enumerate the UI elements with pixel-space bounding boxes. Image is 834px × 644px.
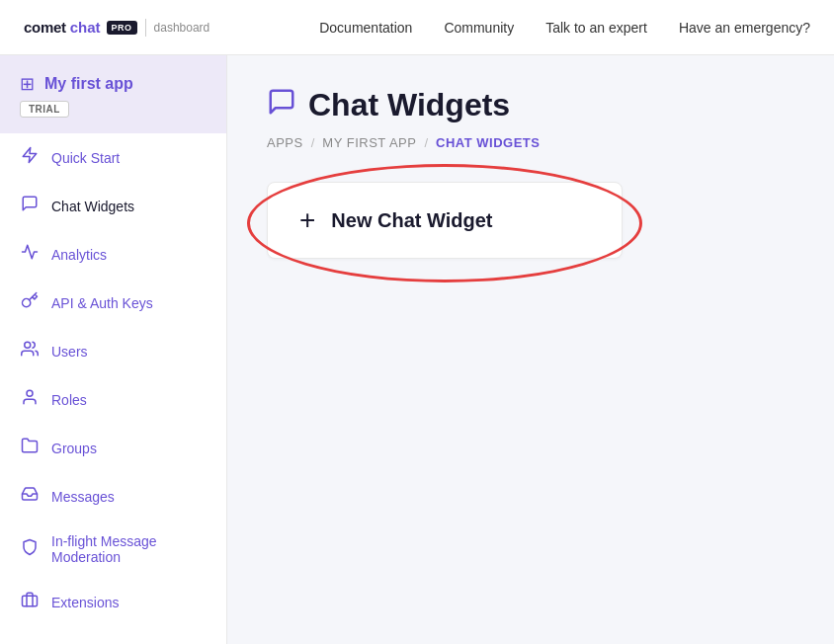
- trial-badge: TRIAL: [20, 101, 69, 118]
- logo-area: cometchat PRO dashboard: [24, 19, 209, 37]
- sidebar-item-label: Quick Start: [51, 150, 120, 166]
- page-title-row: Chat Widgets: [267, 87, 794, 123]
- sidebar: ⊞ My first app TRIAL Quick Start Chat Wi…: [0, 55, 227, 644]
- breadcrumb-my-first-app[interactable]: MY FIRST APP: [322, 135, 416, 150]
- sidebar-item-label: Groups: [51, 441, 97, 456]
- header-nav: Documentation Community Talk to an exper…: [319, 20, 810, 36]
- sidebar-item-label: Roles: [51, 392, 87, 408]
- app-header[interactable]: ⊞ My first app TRIAL: [0, 55, 226, 133]
- dashboard-label: dashboard: [154, 21, 210, 35]
- app-grid-icon: ⊞: [20, 73, 35, 95]
- sidebar-item-quick-start[interactable]: Quick Start: [0, 133, 226, 182]
- logo-divider: [145, 19, 146, 37]
- role-icon: [20, 388, 40, 411]
- logo-comet-text: comet: [24, 19, 66, 36]
- widgets-area: + New Chat Widget: [267, 182, 794, 259]
- main-content: Chat Widgets APPS / MY FIRST APP / CHAT …: [227, 55, 834, 644]
- key-icon: [20, 291, 40, 314]
- breadcrumb-sep-1: /: [311, 135, 315, 150]
- sidebar-item-label: Messages: [51, 489, 115, 505]
- sidebar-item-inflight[interactable]: In-flight Message Moderation: [0, 521, 226, 578]
- sidebar-item-label: API & Auth Keys: [51, 295, 153, 311]
- sidebar-item-label: In-flight Message Moderation: [51, 533, 207, 565]
- folder-icon: [20, 437, 40, 459]
- sidebar-item-analytics[interactable]: Analytics: [0, 230, 226, 279]
- page-title: Chat Widgets: [308, 87, 510, 123]
- sidebar-item-roles[interactable]: Roles: [0, 375, 226, 424]
- chat-icon: [20, 195, 40, 217]
- sidebar-item-label: Users: [51, 344, 88, 360]
- sidebar-item-users[interactable]: Users: [0, 327, 226, 375]
- svg-rect-3: [23, 596, 38, 606]
- svg-point-2: [27, 390, 33, 396]
- plus-icon: +: [299, 206, 315, 234]
- sidebar-item-extensions[interactable]: Extensions: [0, 578, 226, 626]
- sidebar-item-label: Analytics: [51, 247, 107, 263]
- sidebar-item-label: Extensions: [51, 595, 119, 610]
- nav-documentation[interactable]: Documentation: [319, 20, 412, 36]
- users-icon: [20, 340, 40, 362]
- svg-point-1: [25, 342, 31, 348]
- breadcrumb-apps[interactable]: APPS: [267, 135, 303, 150]
- app-name: My first app: [44, 75, 133, 93]
- breadcrumb: APPS / MY FIRST APP / CHAT WIDGETS: [267, 135, 794, 150]
- sidebar-item-messages[interactable]: Messages: [0, 472, 226, 521]
- new-widget-label: New Chat Widget: [331, 209, 492, 232]
- sidebar-item-api-auth[interactable]: API & Auth Keys: [0, 279, 226, 327]
- breadcrumb-chat-widgets[interactable]: CHAT WIDGETS: [436, 135, 540, 150]
- breadcrumb-sep-2: /: [424, 135, 428, 150]
- logo: cometchat PRO: [24, 19, 137, 36]
- extensions-icon: [20, 591, 40, 613]
- chat-widgets-icon: [267, 87, 296, 123]
- svg-marker-0: [23, 148, 37, 163]
- sidebar-item-label: Chat Widgets: [51, 199, 134, 214]
- top-navbar: cometchat PRO dashboard Documentation Co…: [0, 0, 834, 55]
- shield-icon: [20, 538, 40, 561]
- nav-talk-expert[interactable]: Talk to an expert: [545, 20, 647, 36]
- analytics-icon: [20, 243, 40, 266]
- messages-icon: [20, 485, 40, 508]
- nav-emergency[interactable]: Have an emergency?: [679, 20, 810, 36]
- new-widget-card[interactable]: + New Chat Widget: [267, 182, 623, 259]
- nav-community[interactable]: Community: [444, 20, 514, 36]
- main-layout: ⊞ My first app TRIAL Quick Start Chat Wi…: [0, 55, 834, 644]
- bolt-icon: [20, 146, 40, 169]
- pro-badge: PRO: [107, 21, 137, 35]
- sidebar-item-chat-widgets[interactable]: Chat Widgets: [0, 182, 226, 230]
- logo-chat-text: chat: [70, 19, 101, 36]
- sidebar-item-groups[interactable]: Groups: [0, 424, 226, 472]
